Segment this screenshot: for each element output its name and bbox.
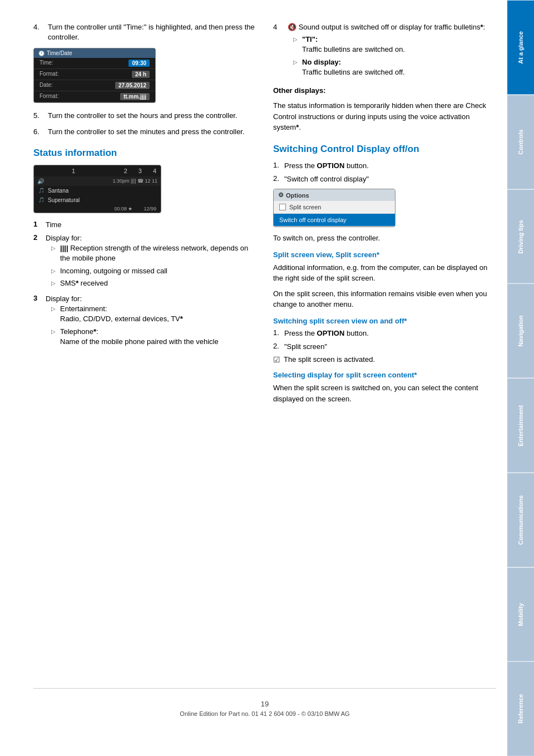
split-step-2: 2. "Split screen" [273, 342, 496, 352]
options-split-screen[interactable]: Split screen [274, 201, 395, 214]
time-value: 09:30 [128, 60, 150, 67]
music-icon-2: 🎵 [38, 197, 44, 203]
sound-icon: 🔇 [288, 23, 296, 31]
main-content: 4. Turn the controller until "Time:" is … [0, 0, 507, 756]
right-sidebar: At a glance Controls Driving tips Naviga… [507, 0, 534, 756]
arrow-icon-no-display: ▷ [293, 58, 299, 77]
step-5-num: 5. [33, 111, 43, 121]
time-label: Time: [39, 60, 53, 67]
arrow-icon-5: ▷ [51, 328, 57, 347]
legend-item-2: 2 Display for: ▷ |||| Reception strength… [33, 233, 256, 291]
split-step-2-text: "Split screen" [284, 342, 327, 352]
music-artist: Santana [48, 188, 68, 194]
other-displays-heading: Other displays: [273, 85, 496, 96]
legend-num-3: 3 [33, 294, 41, 302]
status-num-3: 3 [139, 168, 142, 174]
split-step-2-num: 2. [273, 342, 281, 352]
split-screen-checkbox[interactable] [279, 204, 286, 210]
control-step-2-num: 2. [273, 174, 281, 184]
bullet-text-entertainment: Entertainment:Radio, CD/DVD, external de… [60, 304, 183, 324]
left-column: 4. Turn the controller until "Time:" is … [33, 22, 256, 409]
legend-text-3: Display for: ▷ Entertainment:Radio, CD/D… [46, 294, 219, 349]
step-4: 4. Turn the controller until "Time:" is … [33, 22, 256, 42]
timedate-screen: 🕐 Time/Date Time: 09:30 Format: 24 h Dat… [33, 48, 156, 103]
step-5-text: Turn the controller to set the hours and… [48, 111, 238, 121]
bullet-ti: ▷ "TI":Traffic bulletins are switched on… [293, 35, 485, 55]
legend-item-3: 3 Display for: ▷ Entertainment:Radio, CD… [33, 294, 256, 349]
control-step-2-text: "Switch off control display" [284, 174, 369, 184]
step-6-text: Turn the controller to set the minutes a… [48, 127, 245, 137]
split-step-1-text: Press the OPTION button. [284, 328, 369, 338]
format-value-2: tt.mm.jjjj [120, 93, 150, 100]
format-label-2: Format: [39, 93, 58, 100]
selecting-display-heading: Selecting display for split screen conte… [273, 371, 496, 379]
bullet-text-telephone: Telephone*:Name of the mobile phone pair… [60, 327, 219, 347]
footer-text: Online Edition for Part no. 01 41 2 604 … [180, 710, 349, 717]
sidebar-tab-navigation[interactable]: Navigation [507, 283, 534, 378]
date-label: Date: [39, 82, 53, 89]
split-screen-heading: Split screen view, Split screen* [273, 251, 496, 259]
legend-label-3: Display for: [46, 294, 82, 303]
split-screen-label: Split screen [289, 204, 321, 210]
music-icon: 🎵 [38, 188, 44, 193]
status-screen: 1 2 3 4 🔊 1:30pm |||| ☎ 12 11 🎵 Santana [33, 165, 161, 213]
timedate-row-3: Date: 27.05.2012 [34, 80, 155, 91]
bullet-no-display: ▷ No display:Traffic bulletins are switc… [293, 57, 485, 77]
status-footer-row: 00:08 ★ 12/99 [34, 205, 161, 213]
arrow-icon-4: ▷ [51, 305, 57, 324]
step-4-num: 4. [33, 22, 43, 42]
checkmark-text: The split screen is activated. [284, 355, 375, 364]
split-step-1-num: 1. [273, 328, 281, 338]
options-title-bar: ⚙ Options [274, 189, 395, 201]
legend-label-2: Display for: [46, 234, 82, 242]
bullet-entertainment: ▷ Entertainment:Radio, CD/DVD, external … [51, 304, 219, 324]
legend-text-1: Time [46, 220, 61, 230]
right-column: 4 🔇 Sound output is switched off or disp… [273, 22, 496, 409]
status-music-row-2: 🎵 Supernatural [34, 195, 161, 205]
status-time-elapsed: 00:08 ★ [114, 206, 132, 212]
switch-off-label: Switch off control display [279, 217, 347, 223]
sidebar-tab-at-a-glance[interactable]: At a glance [507, 0, 534, 95]
status-num-4: 4 [153, 168, 156, 174]
checkmark-item: ☑ The split screen is activated. [273, 355, 496, 364]
page-container: 4. Turn the controller until "Time:" is … [0, 0, 534, 756]
step-6-num: 6. [33, 127, 43, 137]
options-icon: ⚙ [278, 192, 284, 199]
sidebar-tab-reference[interactable]: Reference [507, 661, 534, 756]
legend-num-1: 1 [33, 220, 41, 228]
no-display-text: No display:Traffic bulletins are switche… [302, 57, 405, 77]
arrow-icon-2: ▷ [51, 267, 57, 276]
sidebar-tab-entertainment[interactable]: Entertainment [507, 378, 534, 473]
options-switch-off[interactable]: Switch off control display [274, 214, 395, 227]
format-value-1: 24 h [132, 71, 150, 78]
sidebar-tab-communications[interactable]: Communications [507, 473, 534, 567]
timedate-row-2: Format: 24 h [34, 69, 155, 80]
status-music-row-1: 🎵 Santana [34, 186, 161, 195]
status-bar-row: 🔊 1:30pm |||| ☎ 12 11 [34, 176, 161, 186]
arrow-icon-ti: ▷ [293, 36, 299, 55]
timedate-row-1: Time: 09:30 [34, 58, 155, 69]
legend-num-2: 2 [33, 233, 41, 242]
sidebar-tab-driving-tips[interactable]: Driving tips [507, 189, 534, 284]
control-step-2: 2. "Switch off control display" [273, 174, 496, 184]
step-5: 5. Turn the controller to set the hours … [33, 111, 256, 121]
status-num-1: 1 [72, 168, 75, 174]
page-footer: 19 Online Edition for Part no. 01 41 2 6… [33, 688, 496, 723]
control-step-1: 1. Press the OPTION button. [273, 161, 496, 171]
status-numbers-row: 1 2 3 4 [34, 165, 161, 176]
switch-on-text: To switch on, press the controller. [273, 233, 496, 244]
step-6: 6. Turn the controller to set the minute… [33, 127, 256, 137]
checkmark-icon: ☑ [273, 355, 280, 364]
bullet-text-reception: |||| Reception strength of the wireless … [60, 243, 256, 263]
options-screen: ⚙ Options Split screen Switch off contro… [273, 189, 395, 227]
sidebar-tab-mobility[interactable]: Mobility [507, 567, 534, 662]
timedate-title-text: Time/Date [47, 50, 72, 56]
timedate-title-bar: 🕐 Time/Date [34, 48, 155, 58]
split-screen-text-2: On the split screen, this information re… [273, 288, 496, 310]
sidebar-tab-controls[interactable]: Controls [507, 95, 534, 189]
timedate-row-4: Format: tt.mm.jjjj [34, 91, 155, 102]
control-step-1-num: 1. [273, 161, 281, 171]
music-track: Supernatural [48, 197, 80, 203]
bullet-incoming: ▷ Incoming, outgoing or missed call [51, 266, 256, 276]
right-item-4-text: Sound output is switched off or display … [299, 23, 486, 31]
